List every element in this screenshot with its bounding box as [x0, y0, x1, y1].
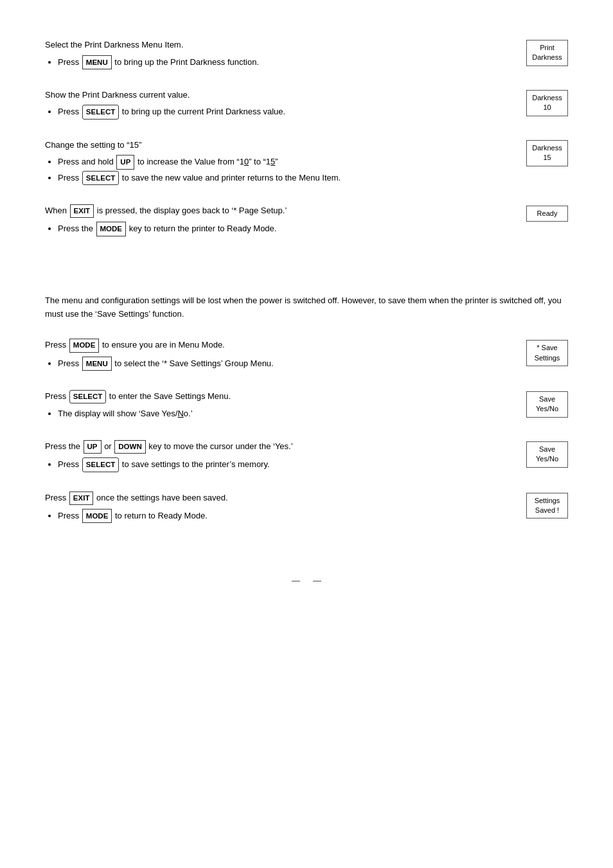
section-save-mode: Press MODE to ensure you are in Menu Mod… [45, 339, 568, 372]
para-exit: When EXIT is pressed, the display goes b… [45, 204, 507, 218]
display-darkness-10: Darkness10 [526, 90, 568, 116]
mode-key-1: MODE [96, 222, 127, 236]
select-key-1: SELECT [82, 105, 119, 119]
up-key-2: UP [84, 440, 102, 454]
bullet-1: Press MENU to bring up the Print Darknes… [58, 55, 507, 69]
page-footer: — — [45, 576, 568, 585]
intro-save-settings: The menu and configuration settings will… [45, 294, 568, 321]
footer-dash-2: — [313, 576, 321, 585]
section-save-text-4: Press EXIT once the settings have been s… [45, 492, 526, 525]
para-select: Select the Print Darkness Menu Item. [45, 39, 507, 51]
section-text-2: Show the Print Darkness current value. P… [45, 89, 526, 121]
display-settings-saved: SettingsSaved ! [526, 493, 568, 519]
section-save-text-2: Press SELECT to enter the Save Settings … [45, 390, 526, 422]
section-save-text-3: Press the UP or DOWN key to move the cur… [45, 440, 526, 474]
section-text-1: Select the Print Darkness Menu Item. Pre… [45, 39, 526, 71]
display-ready: Ready [526, 206, 568, 222]
exit-key-2: EXIT [69, 492, 94, 505]
bullet-save-2: The display will show ‘Save Yes/No.’ [58, 407, 507, 421]
menu-key-2: MENU [82, 357, 112, 371]
spacer-1 [45, 256, 568, 294]
mode-key-2: MODE [69, 339, 100, 352]
select-key-4: SELECT [82, 457, 119, 472]
display-print-darkness: PrintDarkness [526, 40, 568, 66]
para-save-4: Press EXIT once the settings have been s… [45, 492, 507, 505]
display-darkness-15: Darkness15 [526, 140, 568, 166]
select-key-3: SELECT [69, 390, 106, 403]
bullet-3a: Press and hold UP to increase the Value … [58, 155, 507, 169]
up-key-1: UP [116, 155, 134, 169]
section-save-cursor: Press the UP or DOWN key to move the cur… [45, 440, 568, 474]
section-save-text-1: Press MODE to ensure you are in Menu Mod… [45, 339, 526, 372]
footer-dash-1: — [292, 576, 300, 585]
para-show: Show the Print Darkness current value. [45, 89, 507, 102]
para-change: Change the setting to “15” [45, 139, 507, 152]
bullet-4: Press the MODE key to return the printer… [58, 222, 507, 236]
display-save-yesno-1: SaveYes/No [526, 391, 568, 418]
section-save-exit: Press EXIT once the settings have been s… [45, 492, 568, 525]
page-content: Select the Print Darkness Menu Item. Pre… [45, 39, 568, 585]
bullet-save-3: Press SELECT to save settings to the pri… [58, 457, 507, 472]
display-save-settings: * SaveSettings [526, 340, 568, 366]
section-print-darkness-select: Select the Print Darkness Menu Item. Pre… [45, 39, 568, 71]
section-change-15: Change the setting to “15” Press and hol… [45, 139, 568, 186]
para-save-3: Press the UP or DOWN key to move the cur… [45, 440, 507, 454]
section-text-4: When EXIT is pressed, the display goes b… [45, 204, 526, 238]
section-text-3: Change the setting to “15” Press and hol… [45, 139, 526, 186]
down-key-1: DOWN [114, 440, 145, 454]
display-save-yesno-2: SaveYes/No [526, 441, 568, 468]
section-show-value: Show the Print Darkness current value. P… [45, 89, 568, 121]
para-save-1: Press MODE to ensure you are in Menu Mod… [45, 339, 507, 352]
bullet-save-1: Press MENU to select the ‘* Save Setting… [58, 357, 507, 371]
mode-key-3: MODE [82, 509, 112, 523]
bullet-3b: Press SELECT to save the new value and p… [58, 171, 507, 185]
section-exit-ready: When EXIT is pressed, the display goes b… [45, 204, 568, 238]
select-key-2: SELECT [82, 171, 119, 185]
para-save-2: Press SELECT to enter the Save Settings … [45, 390, 507, 403]
bullet-2: Press SELECT to bring up the current Pri… [58, 105, 507, 119]
menu-key-1: MENU [82, 55, 112, 69]
exit-key-1: EXIT [70, 204, 94, 218]
section-save-select: Press SELECT to enter the Save Settings … [45, 390, 568, 422]
bullet-save-4: Press MODE to return to Ready Mode. [58, 509, 507, 523]
